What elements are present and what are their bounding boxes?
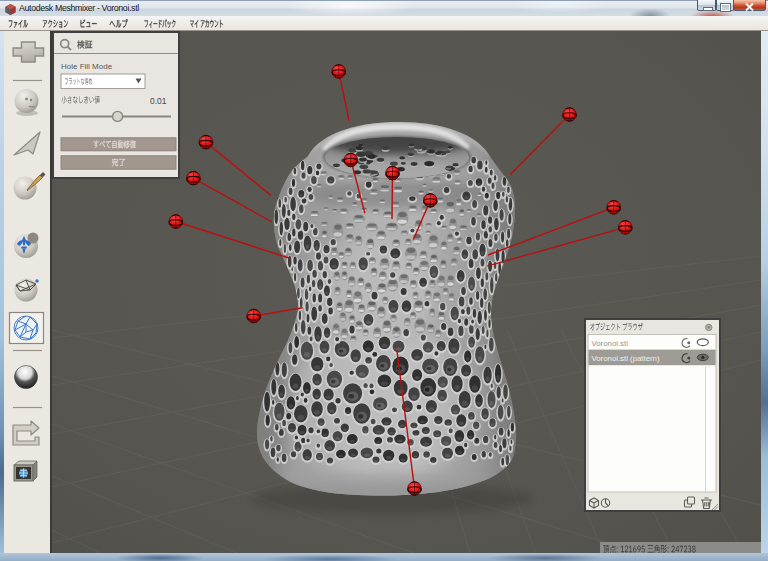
svg-text:Voronoi.stl (pattern): Voronoi.stl (pattern): [592, 354, 660, 363]
svg-text:Voronoi.stl: Voronoi.stl: [592, 339, 629, 348]
